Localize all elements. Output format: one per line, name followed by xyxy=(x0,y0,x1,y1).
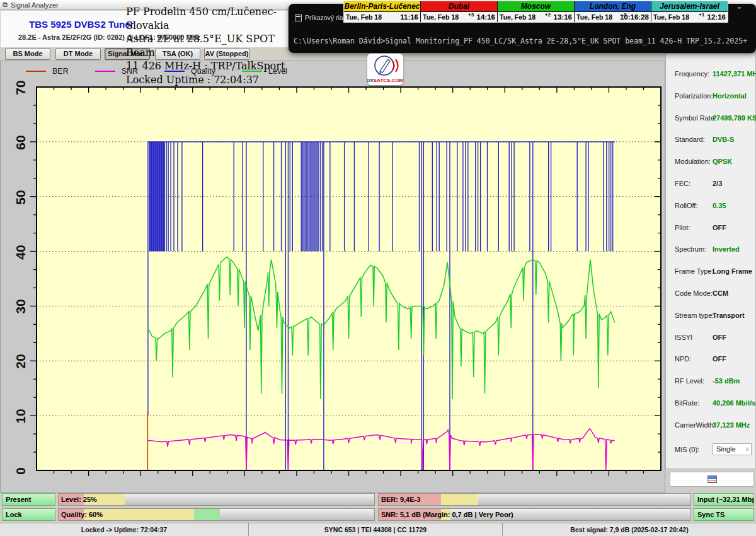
clock-city-label: Moscow xyxy=(498,1,574,12)
clock-utc-offset: +2 xyxy=(545,12,551,18)
panel-row-rolloff-: RollOff:0.35 xyxy=(666,202,755,221)
panel-row-fec-: FEC:2/3 xyxy=(666,180,755,199)
panel-value: Inverted xyxy=(713,245,740,253)
badge-input: Input (~32,31 Mbps) xyxy=(694,493,754,506)
progress-bar-quality: Quality: 60% xyxy=(58,508,375,521)
status-uptime: Locked -> Uptime: 72:04:37 xyxy=(0,523,249,536)
panel-label: Frequency: xyxy=(675,70,709,78)
command-prompt-titlebar[interactable]: Príkazový ria xyxy=(295,14,343,21)
badge-sync-ts: Sync TS xyxy=(694,508,754,521)
tab-bs-mode[interactable]: BS Mode xyxy=(5,48,50,60)
panel-value: 0.35 xyxy=(713,202,726,209)
legend-label: SNR xyxy=(122,67,138,76)
bar-label: Level: 25% xyxy=(61,494,97,505)
window-title: Signal Analyzer xyxy=(11,1,59,9)
svg-text:DXSATCS.COM: DXSATCS.COM xyxy=(367,78,403,83)
panel-row-symbol-rate-: Symbol Rate:27499,789 KS/s xyxy=(666,114,755,133)
world-clocks-bar: Berlin-Paris-LučenecTue, Feb 1811:16Duba… xyxy=(343,1,728,23)
panel-value: OFF xyxy=(713,224,726,231)
tab-dt-mode[interactable]: DT Mode xyxy=(55,48,101,60)
status-sync-counters: SYNC 653 | TEI 44308 | CC 11729 xyxy=(249,523,503,536)
panel-value: QPSK xyxy=(713,158,732,165)
clock-date: Tue, Feb 18 xyxy=(653,13,689,21)
app-icon: ⧉ xyxy=(3,1,8,8)
bar-label: BER: 9,4E-3 xyxy=(381,494,420,505)
clock-date: Tue, Feb 18 xyxy=(576,13,612,21)
clock-date: Tue, Feb 18 xyxy=(500,13,536,21)
y-axis-label-60: 60 xyxy=(13,130,28,155)
command-prompt-title: Príkazový ria xyxy=(305,14,343,21)
panel-row-rf-level-: RF Level:-53 dBm xyxy=(666,377,755,396)
panel-row-bitrate-: BitRate:40,206 Mbit/s xyxy=(666,399,755,418)
badge-lock: Lock xyxy=(2,508,55,521)
panel-label: Modulation: xyxy=(675,158,711,165)
panel-value: OFF xyxy=(713,355,726,363)
panel-value: 11427,371 MHz xyxy=(713,70,756,78)
panel-row-npd-: NPD:OFF xyxy=(666,355,755,374)
panel-row-spectrum-: Spectrum:Inverted xyxy=(666,245,755,264)
panel-value: DVB-S xyxy=(713,136,734,143)
tuner-name: TBS 5925 DVBS2 Tuner xyxy=(29,19,134,30)
chevron-down-icon[interactable]: ⌄ xyxy=(736,1,743,11)
clock-time-row: Tue, Feb 18+314:16 xyxy=(421,12,497,22)
panel-label: FEC: xyxy=(675,180,690,187)
panel-row-modulation-: Modulation:QPSK xyxy=(666,158,755,177)
save-button[interactable] xyxy=(670,472,754,487)
panel-row-mis: MIS (0):Single˅ xyxy=(666,446,755,465)
panel-row-frame-type-: Frame Type:Long Frame xyxy=(666,267,755,286)
tuner-lnb-info: 28.2E - Astra 2E/2F/2G (ID: 0282) @ LOF1… xyxy=(18,33,200,41)
panel-value: Long Frame xyxy=(713,267,752,275)
tuner-info-area: TBS 5925 DVBS2 Tuner 28.2E - Astra 2E/2F… xyxy=(1,11,288,47)
panel-label: CarrierWidth: xyxy=(675,421,716,429)
panel-label: Pilot: xyxy=(675,224,690,231)
panel-value: OFF xyxy=(713,334,726,341)
clock-dubai: DubaiTue, Feb 18+314:16 xyxy=(421,1,498,22)
panel-row-frequency-: Frequency:11427,371 MHz xyxy=(666,70,755,89)
clock-city-label: London, Eng xyxy=(575,1,651,12)
clock-city-label: Dubai xyxy=(421,1,497,12)
y-axis-label-40: 40 xyxy=(13,240,28,265)
panel-label: Code Mode: xyxy=(675,289,713,297)
legend-swatch-ber xyxy=(26,71,46,72)
disk-icon xyxy=(707,475,717,483)
clock-utc-offset: +3 xyxy=(468,12,474,18)
status-best-signal: Best signal: 7,9 dB (2025-02-17 20:42) xyxy=(503,523,756,536)
panel-value: 37,123 MHz xyxy=(713,421,750,429)
clock-london-eng: London, EngTue, Feb 18-110:16:28 xyxy=(575,1,651,22)
y-axis-label-70: 70 xyxy=(13,75,28,100)
y-axis-label-30: 30 xyxy=(13,294,28,319)
transponder-info-panel: Frequency:11427,371 MHzPolarization:Hori… xyxy=(665,53,756,469)
panel-label: Spectrum: xyxy=(675,245,706,253)
tab-tsa-ok-[interactable]: TSA (OK) xyxy=(155,48,200,60)
panel-row-issyi: ISSYIOFF xyxy=(666,334,755,352)
panel-value: 27499,789 KS/s xyxy=(713,114,756,122)
tab-av-stopped-[interactable]: AV (Stopped) xyxy=(204,48,249,60)
clock-time: 14:16 xyxy=(477,13,495,21)
legend-label: Quality xyxy=(191,67,215,76)
legend-swatch-level xyxy=(242,71,262,72)
panel-value: Horizontal xyxy=(713,92,747,100)
legend-item-snr: SNR xyxy=(95,67,138,76)
status-bar: Locked -> Uptime: 72:04:37 SYNC 653 | TE… xyxy=(0,523,756,536)
chevron-down-icon: ˅ xyxy=(745,444,749,455)
clock-city-label: Berlin-Paris-Lučenec xyxy=(344,1,420,12)
panel-value: -53 dBm xyxy=(713,377,740,385)
tab-signal-mon-[interactable]: Signal Mon. xyxy=(105,48,150,60)
bar-segment xyxy=(194,509,219,520)
clock-time-row: Tue, Feb 18+213:16 xyxy=(498,12,574,22)
panel-row-standard-: Standard:DVB-S xyxy=(666,136,755,154)
clock-city-label: Jerusalem-Israel xyxy=(651,1,728,12)
badge-present: Present xyxy=(2,493,55,506)
clock-time: 12:16 xyxy=(707,13,726,21)
clock-time-row: Tue, Feb 18-110:16:28 xyxy=(575,12,651,22)
y-axis-label-20: 20 xyxy=(13,349,28,374)
panel-value: Transport xyxy=(713,312,745,319)
clock-time-row: Tue, Feb 18+112:16 xyxy=(651,12,728,22)
clock-jerusalem-israel: Jerusalem-IsraelTue, Feb 18+112:16 xyxy=(651,1,728,22)
mis-dropdown[interactable]: Single˅ xyxy=(713,443,752,455)
panel-row-pilot-: Pilot:OFF xyxy=(666,224,755,243)
command-prompt-line: C:\Users\Roman Dávid>Signal Monitoring_P… xyxy=(294,37,753,45)
legend-swatch-quality xyxy=(164,71,185,72)
progress-bar-ber: BER: 9,4E-3 xyxy=(378,493,691,506)
bar-segment xyxy=(441,494,478,505)
